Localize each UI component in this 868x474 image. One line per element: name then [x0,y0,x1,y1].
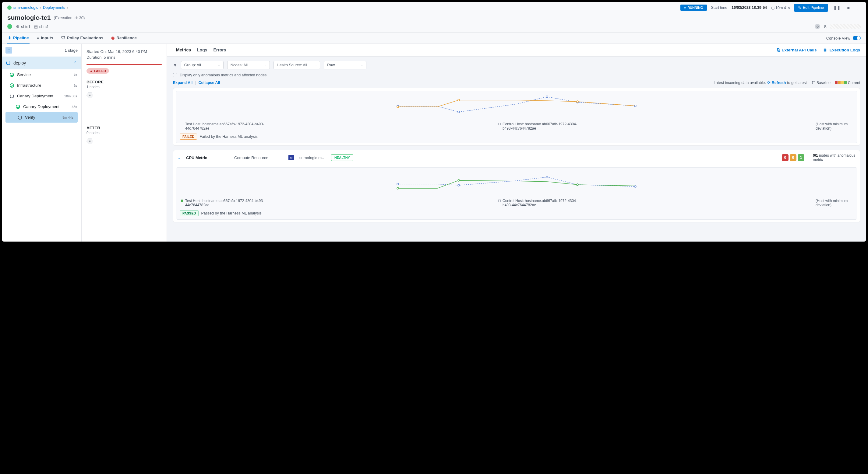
min-deviation: (Host with minimum deviation) [816,199,852,207]
chevron-down-icon: ⌄ [264,64,267,67]
breadcrumb-project[interactable]: srm-sumologic [13,5,38,10]
breadcrumb-section[interactable]: Deployments [43,5,65,10]
health-tag: HEALTHY [331,154,353,161]
badge-green: 1 [798,154,804,161]
step-canary-sub[interactable]: Canary Deployment 45s [2,101,81,112]
baseline-legend: Baseline [816,80,831,85]
after-header: AFTER [87,126,162,130]
group-select[interactable]: Group: All⌄ [181,61,223,69]
context-row: sl-tc1 sl-tc1 ☺ S [2,24,866,32]
spinner-icon [10,94,14,98]
user-redacted [830,24,861,29]
svg-point-15 [577,184,578,185]
node-hex-icon[interactable]: ■ [87,92,93,98]
test-host: Test Host: hostname.ab667afb-1972-4304-b… [185,199,265,207]
chevron-down-icon: ⌄ [314,64,317,67]
tab-policy[interactable]: 🛡Policy Evaluations [61,33,104,43]
analysis-message: Passed by the Harness ML analysis [201,211,261,215]
more-menu-button[interactable]: ⋮ [855,4,861,11]
execution-id: (Execution Id: 30) [54,15,85,20]
svg-point-5 [397,106,399,108]
metric-name: CPU Metric [186,156,229,160]
test-host-swatch [181,123,183,125]
stage-deploy[interactable]: deploy ⌃ [2,57,81,69]
console-view-toggle[interactable] [853,36,861,40]
external-api-link[interactable]: ⎘External API Calls [777,48,816,52]
node-hex-icon[interactable]: ■ [87,138,93,144]
control-host: Control Host: hostname.ab667afb-1972-430… [502,199,582,207]
main-tabs: ⇞Pipeline ≡Inputs 🛡Policy Evaluations ◉R… [2,32,866,44]
start-time-label: Start time [711,5,727,10]
step-infrastructure[interactable]: Infrastructure 2s [2,80,81,91]
tab-inputs[interactable]: ≡Inputs [36,33,54,43]
pencil-icon: ✎ [798,5,801,10]
started-on: Started On: Mar 16, 2023 6:40 PM [87,49,162,54]
svg-point-2 [546,96,548,98]
check-icon [10,83,14,88]
stop-button[interactable]: ■ [846,5,851,11]
collapse-all-link[interactable]: Collapse All [198,80,220,85]
avatar[interactable]: ☺ [815,24,820,29]
before-header: BEFORE [87,80,162,84]
nodes-select[interactable]: Nodes: All⌄ [227,61,270,69]
project-icon [7,5,11,10]
caret-down-icon[interactable]: ⌄ [178,156,181,160]
metric-card-cpu: ⌄ CPU Metric Compute Resource su sumolog… [173,150,860,223]
chevron-down-icon: ⌄ [361,64,363,67]
health-source-select[interactable]: Health Source: All⌄ [274,61,320,69]
tab-logs[interactable]: Logs [194,44,210,56]
breadcrumb: srm-sumologic › Deployments › [7,5,68,10]
duration: Duration: 5 mins [87,55,162,60]
baseline-legend-icon [812,81,815,84]
resilience-icon: ◉ [111,36,115,40]
chevron-right-icon: › [40,6,41,9]
tab-metrics[interactable]: Metrics [173,44,194,56]
control-host-swatch [498,200,501,202]
current-legend-icon [835,81,847,84]
anomalous-checkbox[interactable] [173,73,177,77]
execution-logs-link[interactable]: 🗎Execution Logs [823,48,860,52]
step-canary[interactable]: Canary Deployment 10m 30s [2,91,81,101]
stage-icon[interactable]: ⬚ [5,47,12,54]
progress-bar [87,64,162,65]
refresh-icon: ⟳ [767,80,771,85]
metric-chart[interactable] [180,94,854,118]
metric-chart[interactable] [180,171,854,195]
min-deviation: (Host with minimum deviation) [816,122,852,131]
aggregation-select[interactable]: Raw⌄ [324,61,366,69]
filter-icon[interactable]: ▼ [173,63,177,68]
svg-point-1 [458,111,460,113]
env-icon [7,24,12,29]
current-legend: Current [848,80,860,85]
doc-icon: 🗎 [823,48,828,52]
source-icon: su [288,155,294,160]
test-host-swatch [181,200,183,202]
tab-resilience[interactable]: ◉Resilience [111,33,137,43]
svg-point-8 [397,183,399,185]
edit-pipeline-button[interactable]: ✎Edit Pipeline [794,4,828,12]
spinner-icon [6,61,10,65]
step-verify[interactable]: Verify 9m 44s [5,112,78,123]
badge-red: 0 [782,154,788,161]
status-badge: RUNNING [680,5,707,11]
tab-errors[interactable]: Errors [210,44,229,56]
api-icon: ⎘ [777,48,780,52]
shield-icon: 🛡 [61,36,65,40]
infra-pill[interactable]: sl-tc1 [39,24,49,29]
warning-icon: ▲ [90,69,93,73]
svg-point-10 [546,176,548,178]
refresh-link[interactable]: Refresh [772,80,786,85]
filter-row: ▼ Group: All⌄ Nodes: All⌄ Health Source:… [167,57,866,72]
pause-button[interactable]: ❚❚ [832,5,842,11]
expand-all-link[interactable]: Expand All [173,80,192,85]
badge-amber: 0 [790,154,797,161]
metric-type: Compute Resource [234,156,283,160]
tab-pipeline[interactable]: ⇞Pipeline [7,33,30,43]
anomalous-count: 0/1 nodes with anomalous metric [813,153,856,162]
topbar: srm-sumologic › Deployments › RUNNING St… [2,2,866,13]
server-icon [34,24,38,29]
step-service[interactable]: Service 7s [2,69,81,80]
elapsed: 10m 41s [771,5,790,10]
service-pill[interactable]: sl-tc1 [21,24,30,29]
check-icon [10,73,14,77]
